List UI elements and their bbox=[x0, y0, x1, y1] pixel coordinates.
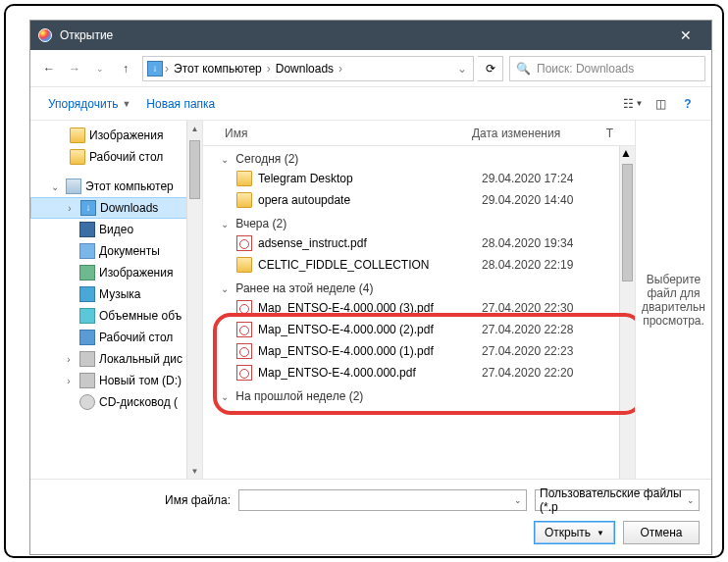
nav-row: ← → ⌄ ↑ › Этот компьютер › Downloads › ⌄… bbox=[30, 50, 711, 87]
group-header[interactable]: ⌄ Сегодня (2) bbox=[203, 146, 635, 168]
filename-input[interactable]: ⌄ bbox=[238, 489, 527, 511]
preview-pane-button[interactable]: ◫ bbox=[647, 92, 674, 116]
folder-icon bbox=[70, 149, 85, 165]
group-header[interactable]: ⌄ На прошлой неделе (2) bbox=[203, 383, 635, 405]
tree-item[interactable]: Рабочий стол bbox=[30, 327, 202, 348]
tree-label: Документы bbox=[99, 244, 160, 258]
file-icon bbox=[236, 300, 252, 316]
up-button[interactable]: ↑ bbox=[113, 56, 138, 81]
file-name: CELTIC_FIDDLE_COLLECTION bbox=[258, 258, 482, 272]
file-icon bbox=[236, 365, 252, 381]
tree-item[interactable]: Объемные объ bbox=[30, 305, 202, 327]
breadcrumb-folder[interactable]: Downloads bbox=[273, 62, 337, 76]
tree-item[interactable]: Изображения bbox=[30, 125, 202, 146]
list-scrollbar[interactable]: ▲ ▼ bbox=[619, 146, 635, 479]
folder-icon bbox=[79, 265, 95, 281]
refresh-button[interactable]: ⟳ bbox=[478, 56, 503, 81]
view-mode-button[interactable]: ☷ ▼ bbox=[619, 92, 647, 116]
new-folder-button[interactable]: Новая папка bbox=[138, 93, 223, 115]
folder-icon bbox=[70, 128, 85, 143]
scroll-up-icon[interactable]: ▲ bbox=[620, 146, 635, 160]
tree-item[interactable]: Рабочий стол bbox=[30, 146, 202, 168]
scroll-thumb[interactable] bbox=[622, 164, 633, 281]
file-date: 27.04.2020 22:28 bbox=[482, 323, 619, 336]
folder-tree[interactable]: ▲ ▼ ИзображенияРабочий стол⌄Этот компьют… bbox=[30, 121, 203, 479]
file-date: 29.04.2020 14:40 bbox=[482, 193, 619, 207]
file-date: 29.04.2020 17:24 bbox=[482, 172, 619, 185]
back-button[interactable]: ← bbox=[36, 56, 62, 81]
file-date: 28.04.2020 19:34 bbox=[482, 236, 619, 250]
file-icon bbox=[236, 192, 252, 208]
file-name: Map_ENTSO-E-4.000.000 (1).pdf bbox=[258, 344, 482, 358]
recent-dropdown[interactable]: ⌄ bbox=[87, 56, 113, 81]
close-button[interactable]: ✕ bbox=[668, 27, 703, 43]
folder-icon bbox=[79, 243, 95, 259]
file-row[interactable]: opera autoupdate29.04.2020 14:40П bbox=[203, 189, 635, 211]
downloads-icon bbox=[147, 61, 163, 77]
group-header[interactable]: ⌄ Вчера (2) bbox=[203, 211, 635, 232]
file-row[interactable]: adsense_instruct.pdf28.04.2020 19:34A bbox=[203, 232, 635, 254]
file-icon bbox=[236, 322, 252, 337]
tree-label: Изображения bbox=[89, 128, 163, 142]
folder-icon bbox=[79, 394, 95, 410]
file-date: 27.04.2020 22:30 bbox=[482, 301, 619, 315]
tree-label: Объемные объ bbox=[99, 309, 182, 323]
tree-label: Музыка bbox=[99, 287, 140, 301]
folder-icon bbox=[79, 330, 95, 345]
tree-item[interactable]: ›Новый том (D:) bbox=[30, 370, 202, 391]
scroll-up-icon[interactable]: ▲ bbox=[187, 121, 202, 136]
file-date: 27.04.2020 22:23 bbox=[482, 344, 619, 358]
folder-icon bbox=[79, 373, 95, 388]
folder-icon bbox=[66, 179, 81, 194]
address-dropdown-icon[interactable]: ⌄ bbox=[455, 62, 469, 76]
forward-button[interactable]: → bbox=[62, 56, 87, 81]
tree-item[interactable]: Документы bbox=[30, 240, 202, 262]
file-row[interactable]: Map_ENTSO-E-4.000.000.pdf27.04.2020 22:2… bbox=[203, 362, 635, 383]
filetype-dropdown[interactable]: Пользовательские файлы (*.p⌄ bbox=[535, 489, 700, 511]
scroll-thumb[interactable] bbox=[189, 140, 200, 199]
file-name: Map_ENTSO-E-4.000.000 (3).pdf bbox=[258, 301, 482, 315]
folder-icon bbox=[79, 222, 95, 237]
tree-item[interactable]: ⌄Этот компьютер bbox=[30, 176, 202, 197]
window-title: Открытие bbox=[60, 28, 668, 42]
tree-item[interactable]: Видео bbox=[30, 219, 202, 240]
tree-label: Рабочий стол bbox=[99, 331, 173, 344]
tree-item[interactable]: Изображения bbox=[30, 262, 202, 283]
col-date[interactable]: Дата изменения bbox=[472, 127, 606, 140]
tree-label: Downloads bbox=[100, 201, 158, 215]
file-row[interactable]: Map_ENTSO-E-4.000.000 (2).pdf27.04.2020 … bbox=[203, 319, 635, 340]
tree-label: Видео bbox=[99, 223, 133, 236]
file-icon bbox=[236, 343, 252, 359]
file-row[interactable]: Map_ENTSO-E-4.000.000 (3).pdf27.04.2020 … bbox=[203, 297, 635, 319]
tree-scrollbar[interactable]: ▲ ▼ bbox=[186, 121, 202, 479]
file-row[interactable]: Telegram Desktop29.04.2020 17:24П bbox=[203, 168, 635, 189]
file-icon bbox=[236, 257, 252, 273]
tree-item[interactable]: Музыка bbox=[30, 283, 202, 305]
file-date: 28.04.2020 22:19 bbox=[482, 258, 619, 272]
address-bar[interactable]: › Этот компьютер › Downloads › ⌄ bbox=[142, 56, 474, 81]
tree-label: CD-дисковод ( bbox=[99, 395, 178, 409]
filename-label: Имя файла: bbox=[42, 493, 238, 507]
col-name[interactable]: Имя bbox=[203, 127, 472, 140]
list-header[interactable]: Имя Дата изменения Т bbox=[203, 121, 635, 146]
search-input[interactable]: 🔍 Поиск: Downloads bbox=[509, 56, 705, 81]
tree-label: Локальный дис bbox=[99, 352, 182, 366]
organize-button[interactable]: Упорядочить▼ bbox=[40, 93, 138, 115]
tree-item[interactable]: ›Downloads bbox=[30, 197, 202, 219]
toolbar: Упорядочить▼ Новая папка ☷ ▼ ◫ ? bbox=[30, 87, 711, 121]
scroll-down-icon[interactable]: ▼ bbox=[187, 463, 202, 479]
file-row[interactable]: CELTIC_FIDDLE_COLLECTION28.04.2020 22:19… bbox=[203, 254, 635, 276]
file-name: Map_ENTSO-E-4.000.000.pdf bbox=[258, 366, 482, 380]
col-type[interactable]: Т bbox=[606, 127, 635, 140]
tree-label: Рабочий стол bbox=[89, 150, 163, 164]
help-button[interactable]: ? bbox=[674, 92, 702, 116]
breadcrumb-root[interactable]: Этот компьютер bbox=[171, 62, 265, 76]
file-row[interactable]: Map_ENTSO-E-4.000.000 (1).pdf27.04.2020 … bbox=[203, 340, 635, 362]
group-header[interactable]: ⌄ Ранее на этой неделе (4) bbox=[203, 276, 635, 297]
tree-item[interactable]: CD-дисковод ( bbox=[30, 391, 202, 413]
preview-pane: Выберите файл для дварительн просмотра. bbox=[635, 121, 711, 479]
cancel-button[interactable]: Отмена bbox=[623, 521, 700, 544]
folder-icon bbox=[79, 286, 95, 302]
tree-item[interactable]: ›Локальный дис bbox=[30, 348, 202, 370]
open-button[interactable]: Открыть ▼ bbox=[534, 521, 615, 544]
